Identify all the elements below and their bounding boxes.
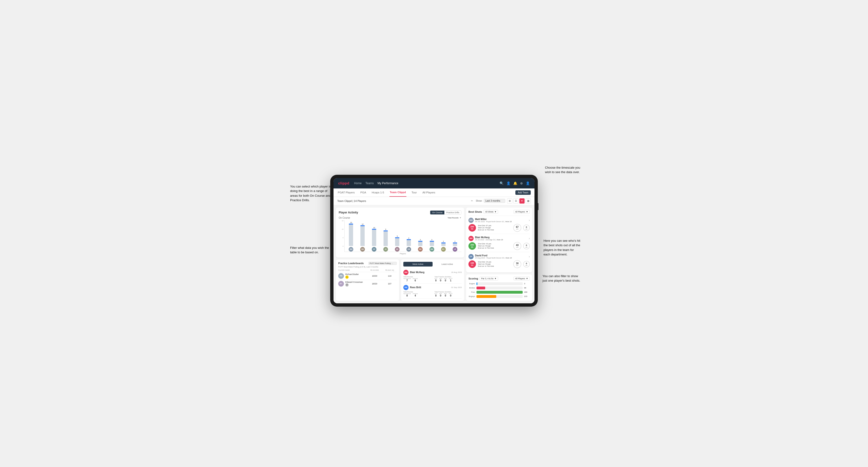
bar-fill-10 — [372, 229, 376, 246]
shot-info-mm: Shot Dist: 67 yds Start Lie: Rough End L… — [478, 224, 512, 231]
best-shots-header: Best Shots All Shots ▼ All Players ▼ — [468, 210, 530, 214]
eagles-track — [476, 282, 523, 285]
shot-info-bm: Shot Dist: 43 yds Start Lie: Rough End L… — [478, 243, 512, 249]
activity-name-bm: Blair McHarg — [410, 271, 425, 274]
tab-team-clippd[interactable]: Team Clippd — [390, 188, 406, 197]
tab-hcaps[interactable]: Hcaps 1-5 — [371, 188, 384, 197]
avatar-circle-ob: OB — [406, 247, 411, 252]
total-rounds-dropdown-wrap: Total Rounds ▼ — [447, 217, 461, 219]
tab-tour[interactable]: Tour — [411, 188, 417, 197]
tab-pga[interactable]: PGA — [360, 188, 367, 197]
tab-most-active[interactable]: Most Active — [403, 262, 433, 267]
bar-chart-area: 15 10 5 0 13 — [339, 220, 461, 252]
tab-pgat-players[interactable]: PGAT Players — [337, 188, 355, 197]
user-icon[interactable]: 👤 — [506, 181, 510, 185]
on-course-toggle[interactable]: On Course — [430, 211, 444, 214]
shot-player-info-mm: MM Matt Miller 09 Jun 2023 · Royal North… — [468, 218, 512, 223]
y-label-0: 0 — [343, 246, 343, 247]
lb-row-edward-crossman: EC Edward Crossman 2 18/20 107 — [338, 280, 397, 287]
team-name: Team Clippd | 14 Players — [337, 199, 471, 203]
leaderboards-dropdown[interactable]: PUTT Must Make Putting … — [368, 262, 397, 265]
lb-player-info-rb: RB Richard Butler 1 — [338, 273, 367, 279]
heart-view-icon[interactable]: ♥ — [519, 198, 525, 204]
shot-stat-unit-df: yds — [516, 264, 518, 266]
shot-player-details-df: David Ford 24 Aug 2023 · Royal North Dev… — [475, 254, 512, 259]
arg-rb: ARG 0 — [444, 293, 447, 297]
tab-all-players[interactable]: All Players — [422, 188, 436, 197]
bar-value-9: 9 — [385, 228, 386, 230]
shot-stat-val-bm: 43 — [516, 244, 519, 247]
bar-value-12: 12 — [362, 223, 364, 225]
practice-cols-rb: GTT 0 APP 0 — [434, 293, 462, 297]
avatar-circle-bb: BB — [360, 247, 365, 252]
lb-avatar-rb: RB — [338, 273, 344, 279]
plus-circle-icon[interactable]: ⊕ — [520, 181, 523, 185]
bar-value-3b: 3 — [431, 239, 432, 241]
par-filter-dropdown[interactable]: Par 3, 4 & 5s ▼ — [479, 277, 498, 280]
leaderboards-title: Practice Leaderboards — [338, 262, 364, 264]
practice-drills-toggle[interactable]: Practice Drills — [444, 211, 461, 214]
add-team-button[interactable]: Add Team — [516, 190, 531, 195]
shot-zero-unit-bm: yds — [526, 247, 528, 248]
shot-stat-val-df: 16 — [516, 262, 519, 264]
show-label: Show: — [476, 199, 483, 202]
shot-avatar-df: DF — [468, 254, 474, 259]
scoring-bar-pars: Pars 499 — [468, 291, 530, 294]
activity-stats-bm: Total Rounds Tournament 7 — [403, 276, 462, 282]
shot-chevron-mm[interactable]: › — [529, 219, 530, 222]
bogeys-label: Bogeys — [468, 295, 475, 298]
shot-chevron-bm[interactable]: › — [529, 237, 530, 240]
y-label-5: 5 — [343, 237, 343, 239]
player-avatars-row: BM BB DF — [345, 246, 461, 252]
lb-avg-sq-ec: 107 — [382, 283, 397, 285]
list-view-icon[interactable]: ☰ — [513, 198, 519, 204]
profile-icon[interactable]: 👤 — [526, 181, 530, 185]
players-filter-arrow: ▼ — [526, 211, 528, 213]
rounds-practice-bm: Practice 6 — [413, 278, 418, 282]
bell-icon[interactable]: 🔔 — [513, 181, 517, 185]
pars-val: 499 — [524, 291, 530, 293]
shot-chevron-df[interactable]: › — [529, 255, 530, 258]
shot-player-info-bm: BM Blair McHarg 23 Jul 2023 · Ashridge G… — [468, 236, 503, 241]
putt-val-rb: 0 — [449, 294, 453, 297]
scoring-players-label: All Players — [515, 277, 525, 280]
avatar-circle-bm: BM — [349, 247, 353, 252]
nav-teams[interactable]: Teams — [365, 182, 374, 185]
shot-player-row-df: DF David Ford 24 Aug 2023 · Royal North … — [468, 254, 530, 259]
bar-highlight-12 — [361, 225, 365, 226]
app-bm: APP 0 — [439, 278, 442, 282]
lb-player-name-ec: Edward Crossman — [345, 281, 363, 283]
lb-rank-silver: 2 — [345, 283, 349, 286]
nav-my-performance[interactable]: My Performance — [378, 182, 398, 185]
players-filter-dropdown[interactable]: All Players ▼ — [514, 210, 530, 214]
shot-stat-unit-bm: yds — [516, 247, 518, 248]
grid-view-icon[interactable]: ⊞ — [507, 198, 512, 204]
bar-value-5: 5 — [397, 236, 398, 237]
scoring-players-filter[interactable]: All Players ▼ — [514, 277, 530, 280]
col-pb-avg-sq: PB AVG SQ — [382, 269, 397, 271]
putt-rb: PUTT 0 — [449, 293, 453, 297]
shots-filter-dropdown[interactable]: All Shots ▼ — [483, 210, 498, 214]
lb-score-rb: 19/20 — [368, 275, 382, 277]
shot-badge-bm: 200 SG — [468, 242, 476, 250]
bar-fill-3b — [430, 241, 434, 246]
main-content: Player Activity On Course Practice Drill… — [334, 205, 534, 303]
show-dropdown[interactable]: Last 3 months Last month Last 6 months L… — [484, 199, 505, 203]
avatar-circle-jc: JC — [383, 247, 388, 252]
activity-player-info-bm: BM Blair McHarg — [403, 270, 425, 275]
activity-avatar-rb: RB — [403, 285, 408, 290]
edit-icon[interactable]: ✏ — [471, 199, 473, 202]
search-icon[interactable]: 🔍 — [500, 181, 503, 185]
gtt-bm: GTT 0 — [434, 278, 437, 282]
shot-stat-yds-mm: 67 yds — [513, 224, 521, 232]
activity-player-info-rb: RB Rees Britt — [403, 285, 421, 290]
bars-view-icon[interactable]: ▦ — [526, 198, 531, 204]
lb-row-richard-butler: RB Richard Butler 1 19/20 110 — [338, 272, 397, 280]
tab-least-active[interactable]: Least Active — [433, 262, 462, 267]
rounds-tournament-val-rb: 8 — [403, 294, 411, 297]
putt-bm: PUTT 1 — [449, 278, 453, 282]
rounds-label-bm: Total Rounds — [403, 276, 431, 278]
shot-player-info-df: DF David Ford 24 Aug 2023 · Royal North … — [468, 254, 512, 259]
shot-details-bm: 200 SG Shot Dist: 43 yds Start Lie: Roug… — [468, 242, 530, 250]
nav-home[interactable]: Home — [354, 182, 362, 185]
